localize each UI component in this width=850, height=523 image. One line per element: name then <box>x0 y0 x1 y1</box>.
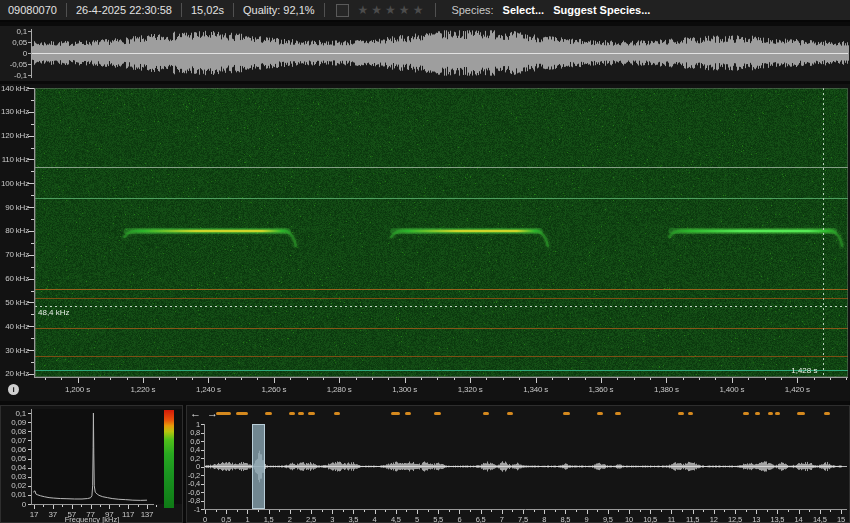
toolbar-separator <box>324 3 325 17</box>
toolbar: 09080070 26-4-2025 22:30:58 15,02s Quali… <box>0 0 850 22</box>
call-navigation: ← → <box>190 408 218 419</box>
toolbar-separator <box>233 3 234 17</box>
cursor-time-label: 1,428 s <box>791 367 817 375</box>
file-id: 09080070 <box>8 4 57 16</box>
spectrum-canvas[interactable] <box>1 406 182 522</box>
bat-analysis-app: 09080070 26-4-2025 22:30:58 15,02s Quali… <box>0 0 850 523</box>
spectrogram-canvas[interactable] <box>0 84 850 401</box>
spectrum-x-axis-title: Frequency [kHz] <box>29 516 155 523</box>
freq-marker-label: 48,4 kHz <box>38 309 70 317</box>
quality-value: Quality: 92,1% <box>243 4 315 16</box>
overview-waveform-canvas[interactable] <box>0 26 850 81</box>
star-icon[interactable]: ★ <box>385 3 399 17</box>
recording-datetime: 26-4-2025 22:30:58 <box>76 4 172 16</box>
star-icon[interactable]: ★ <box>371 3 385 17</box>
prev-call-button[interactable]: ← <box>190 408 201 419</box>
spectrum-panel: 0,10,090,080,070,060,050,040,030,020,010… <box>0 405 183 523</box>
next-call-button[interactable]: → <box>207 408 218 419</box>
toolbar-separator <box>66 3 67 17</box>
suggest-species-button[interactable]: Suggest Species... <box>553 4 650 16</box>
full-waveform-panel: ← → 10,80,60,40,20-0,2-0,4-0,6-0,8-1 00,… <box>186 405 850 523</box>
star-icon[interactable]: ★ <box>399 3 413 17</box>
intensity-colorbar <box>164 410 174 508</box>
star-icon[interactable]: ★ <box>413 3 427 17</box>
spectrogram-panel: 140 kHz130 kHz120 kHz110 kHz100 kHz90 kH… <box>0 84 850 401</box>
full-waveform-canvas[interactable] <box>187 406 849 522</box>
star-icon[interactable]: ★ <box>358 3 372 17</box>
overview-waveform-panel: 0,10,050-0,05-0,1 <box>0 26 850 81</box>
toolbar-separator <box>435 3 436 17</box>
rating-checkbox[interactable] <box>336 4 349 17</box>
select-species-button[interactable]: Select... <box>503 4 545 16</box>
toolbar-separator <box>181 3 182 17</box>
info-icon[interactable]: i <box>8 384 19 395</box>
star-rating[interactable]: ★★★★★ <box>358 4 427 16</box>
species-label: Species: <box>451 4 493 16</box>
recording-duration: 15,02s <box>191 4 224 16</box>
selection-box[interactable] <box>252 424 264 509</box>
